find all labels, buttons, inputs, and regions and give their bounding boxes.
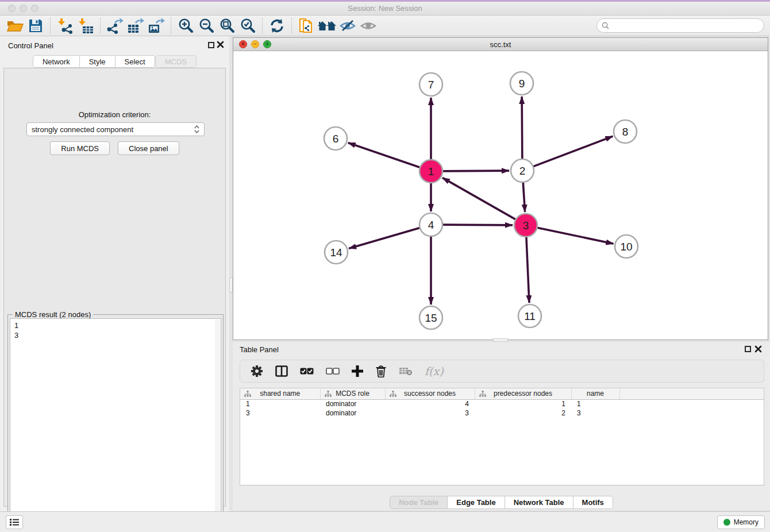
zoom-out-button[interactable] [196,17,217,35]
column-header-mcds-role[interactable]: MCDS role [320,388,385,399]
result-line: 1 [14,321,217,330]
graph-node-11[interactable]: 11 [518,304,541,327]
column-header-name[interactable]: name [571,388,619,399]
graph-node-1[interactable]: 1 [419,160,442,183]
graph-node-2[interactable]: 2 [511,159,534,182]
close-panel-icon[interactable] [217,41,224,48]
select-all-icon [300,368,314,375]
graph-node-7[interactable]: 7 [419,73,442,96]
graph-node-10[interactable]: 10 [615,235,638,258]
result-line: 3 [14,330,217,340]
table-row[interactable]: 1dominator411 [240,399,764,408]
function-builder-button[interactable]: f(x) [425,365,444,377]
graph-edge-2-3[interactable] [523,182,525,212]
run-mcds-button[interactable]: Run MCDS [50,141,110,155]
column-header-predecessor-nodes[interactable]: predecessor nodes [475,388,571,399]
graph-edge-1-6[interactable] [348,142,420,167]
graph-node-label: 1 [428,165,434,178]
close-panel-button[interactable]: Close panel [118,141,179,155]
table-row[interactable]: 3dominator323 [240,408,764,418]
export-image-button[interactable] [146,17,167,35]
tab-style[interactable]: Style [80,55,116,68]
tab-mcds[interactable]: MCDS [155,55,197,68]
save-session-button[interactable] [25,17,46,35]
tab-motifs[interactable]: Motifs [573,496,613,509]
control-panel-title: Control Panel [8,41,53,50]
graph-node-14[interactable]: 14 [325,241,348,264]
node-table-container: shared name MCDS role successor nodes pr… [240,388,764,485]
delete-table-icon [399,367,413,376]
fx-icon: f(x) [425,365,444,377]
select-stepper-icon [194,125,199,133]
show-all-button[interactable] [358,17,379,35]
graph-edge-2-9[interactable] [522,97,522,159]
apply-layout-button[interactable] [267,17,287,35]
network-window-title: scc.txt [233,40,768,49]
table-cell: 2 [475,408,571,418]
tab-network-table[interactable]: Network Table [505,496,573,509]
export-table-button[interactable] [125,17,146,35]
home-layout-button[interactable] [317,17,337,35]
graph-edge-2-8[interactable] [533,136,613,167]
table-cell: 3 [240,408,320,418]
zoom-in-button[interactable] [175,17,196,35]
select-all-columns-button[interactable] [300,368,314,375]
table-cell: dominator [320,408,385,418]
float-panel-icon[interactable] [745,346,751,352]
new-network-from-selection-button[interactable] [296,17,317,35]
show-panel-menu-button[interactable] [6,515,23,529]
graph-edge-3-1[interactable] [442,178,516,219]
hide-selected-button[interactable] [337,17,358,35]
graph-edge-4-14[interactable] [349,228,420,249]
close-panel-icon[interactable] [754,345,762,353]
graph-edge-3-10[interactable] [537,228,614,244]
open-session-button[interactable] [5,17,25,35]
network-window-titlebar[interactable]: × − + scc.txt [233,38,768,51]
zoom-in-icon [178,18,194,34]
graph-node-6[interactable]: 6 [324,127,347,150]
search-input[interactable] [612,22,759,30]
zoom-fit-button[interactable] [217,17,237,35]
hierarchy-icon [390,391,396,397]
columns-icon [275,365,288,377]
home-icon [317,19,337,33]
tab-network[interactable]: Network [33,55,80,68]
delete-column-button[interactable] [375,365,387,377]
optimization-criterion-select[interactable]: strongly connected component [26,122,205,136]
result-scrollbar[interactable] [215,319,220,529]
graph-edge-4-3[interactable] [442,225,513,225]
export-network-button[interactable] [105,17,125,35]
graph-node-3[interactable]: 3 [514,214,537,237]
tab-select[interactable]: Select [116,55,155,68]
graph-edge-3-11[interactable] [526,237,529,303]
delete-table-button[interactable] [399,367,413,376]
memory-button[interactable]: Memory [717,515,765,529]
status-bar: Memory [0,511,770,532]
float-panel-icon[interactable] [208,42,214,48]
tab-edge-table[interactable]: Edge Table [448,496,505,509]
table-settings-button[interactable] [251,365,263,377]
control-panel: Control Panel Network Style Select MCDS … [0,36,229,511]
mcds-result-title: MCDS result (2 nodes) [13,310,93,319]
deselect-all-columns-button[interactable] [326,368,340,375]
zoom-fit-icon [219,18,235,34]
column-header-shared-name[interactable]: shared name [240,388,320,399]
graph-node-15[interactable]: 15 [419,306,442,329]
network-graph-canvas[interactable]: 7968124314101511 [233,51,768,340]
graph-node-4[interactable]: 4 [419,213,442,236]
tab-node-table[interactable]: Node Table [390,496,448,509]
import-network-button[interactable] [55,17,75,35]
zoom-selected-button[interactable] [237,17,258,35]
add-column-button[interactable] [352,365,363,377]
import-table-button[interactable] [75,17,96,35]
graph-node-label: 8 [622,126,629,138]
table-toolbar: f(x) [240,360,764,383]
column-header-successor-nodes[interactable]: successor nodes [385,388,475,399]
graph-edge-1-2[interactable] [442,171,509,171]
mcds-result-lines: 13 [10,319,221,342]
column-label: MCDS role [336,390,369,398]
mcds-result-textarea[interactable]: 13 [10,318,221,530]
graph-node-8[interactable]: 8 [614,120,637,143]
graph-node-9[interactable]: 9 [510,72,533,95]
toggle-column-view-button[interactable] [275,365,288,377]
